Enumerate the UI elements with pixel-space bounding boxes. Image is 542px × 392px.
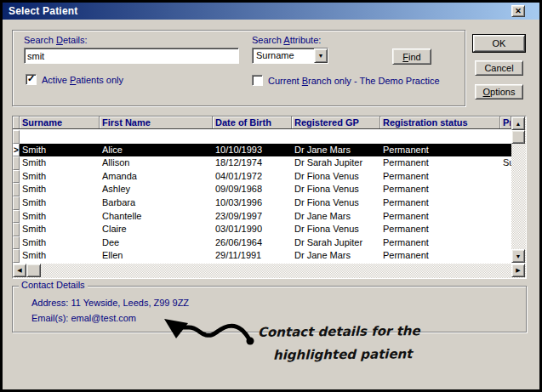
cell-surname: Smith <box>20 249 100 263</box>
cell-pr <box>500 249 511 263</box>
header-surname[interactable]: Surname <box>20 116 100 128</box>
row-selector[interactable]: > <box>13 144 20 157</box>
cell-pr <box>500 223 511 236</box>
cell-surname: Smith <box>20 223 100 236</box>
title-bar[interactable]: Select Patient <box>3 3 539 20</box>
cell-date-of-birth: 26/06/1964 <box>213 236 292 250</box>
row-selector[interactable] <box>13 236 20 250</box>
select-patient-dialog: Select Patient ✕ Search Details: Search … <box>0 0 542 392</box>
cell-first-name: Alice <box>100 144 213 157</box>
cell-date-of-birth: 03/01/1990 <box>213 223 292 236</box>
cell-registration-status: Permanent <box>380 156 500 170</box>
cell-pr <box>500 210 511 224</box>
vertical-scroll-thumb[interactable] <box>511 130 525 144</box>
window-title: Select Patient <box>3 5 78 17</box>
horizontal-scrollbar[interactable]: ◀ ▶ <box>13 264 526 278</box>
cell-first-name: Barbara <box>100 196 213 210</box>
table-row[interactable]: Smith Allison 18/12/1974 Dr Sarah Jupite… <box>13 156 511 170</box>
current-branch-checkbox[interactable] <box>252 75 263 86</box>
cell-first-name: Ashley <box>100 183 213 196</box>
cell-registered-gp: Dr Jane Mars <box>292 144 380 157</box>
annotation-arrow-icon <box>158 314 260 349</box>
table-header: Surname First Name Date of Birth Registe… <box>13 116 511 129</box>
cell-registered-gp: Dr Sarah Jupiter <box>292 236 380 250</box>
search-attribute-label: Search Attribute: <box>252 35 321 45</box>
cell-pr <box>500 144 511 157</box>
row-selector[interactable] <box>13 210 20 224</box>
contact-details-legend: Contact Details <box>19 280 88 290</box>
scroll-up-icon[interactable]: ▲ <box>511 116 525 130</box>
cell-pr <box>500 183 511 196</box>
header-registration-status[interactable]: Registration status <box>380 116 500 128</box>
vertical-scrollbar[interactable]: ▲ ▼ <box>511 116 526 263</box>
cancel-button[interactable]: Cancel <box>475 60 523 76</box>
header-first-name[interactable]: First Name <box>100 116 213 128</box>
cell-surname: Smith <box>20 196 100 210</box>
scroll-down-icon[interactable]: ▼ <box>511 249 525 263</box>
header-registered-gp[interactable]: Registered GP <box>292 116 380 128</box>
cell-pr <box>500 236 511 250</box>
cell-registered-gp: Dr Fiona Venus <box>292 196 380 210</box>
chevron-down-icon[interactable]: ▼ <box>314 48 328 63</box>
close-button[interactable]: ✕ <box>511 5 525 17</box>
table-row[interactable]: Smith Barbara 10/03/1996 Dr Fiona Venus … <box>13 196 511 210</box>
cell-registration-status: Permanent <box>380 249 500 263</box>
horizontal-scroll-thumb[interactable] <box>26 264 41 277</box>
active-patients-checkbox[interactable] <box>26 74 37 85</box>
cell-first-name: Ellen <box>100 249 213 263</box>
cell-registered-gp <box>292 130 380 144</box>
search-details-input[interactable] <box>24 48 239 64</box>
current-branch-label: Current Branch only - The Demo Practice <box>268 76 440 86</box>
cell-registered-gp: Dr Jane Mars <box>292 249 380 263</box>
table-rows: > Smith Alice 10/10/1993 Dr Jane Mars Pe… <box>13 130 511 263</box>
close-icon: ✕ <box>515 7 522 15</box>
cell-registration-status: Permanent <box>380 236 500 250</box>
row-selector[interactable] <box>13 130 20 144</box>
cell-surname: Smith <box>20 236 100 250</box>
cell-registration-status: Permanent <box>380 144 500 157</box>
cell-registration-status: Permanent <box>380 196 500 210</box>
table-row[interactable] <box>13 130 511 144</box>
table-row[interactable]: Smith Dee 26/06/1964 Dr Sarah Jupiter Pe… <box>13 236 511 250</box>
table-row[interactable]: Smith Ashley 09/09/1968 Dr Fiona Venus P… <box>13 183 511 196</box>
row-selector[interactable] <box>13 183 20 196</box>
cell-first-name: Amanda <box>100 170 213 184</box>
row-selector[interactable] <box>13 156 20 170</box>
search-attribute-dropdown[interactable]: Surname ▼ <box>252 48 328 64</box>
cell-date-of-birth <box>213 130 292 144</box>
active-patients-label: Active Patients only <box>42 75 123 85</box>
contact-address: Address: 11 Yewside, Leeds, Z99 9ZZ <box>31 298 189 308</box>
cell-first-name <box>100 130 213 144</box>
table-row[interactable]: Smith Amanda 04/01/1972 Dr Fiona Venus P… <box>13 170 511 184</box>
cell-date-of-birth: 09/09/1968 <box>213 183 292 196</box>
find-button[interactable]: Find <box>392 48 431 65</box>
scroll-right-icon[interactable]: ▶ <box>511 264 525 277</box>
cell-first-name: Dee <box>100 236 213 250</box>
cell-first-name: Chantelle <box>100 210 213 224</box>
cell-registered-gp: Dr Fiona Venus <box>292 223 380 236</box>
cell-date-of-birth: 18/12/1974 <box>213 156 292 170</box>
cell-registration-status: Permanent <box>380 170 500 184</box>
row-selector[interactable] <box>13 196 20 210</box>
cell-registration-status: Permanent <box>380 223 500 236</box>
table-row[interactable]: Smith Ellen 29/11/1991 Dr Jane Mars Perm… <box>13 249 511 263</box>
patient-table: Surname First Name Date of Birth Registe… <box>12 116 527 279</box>
header-selector <box>13 116 20 128</box>
cell-surname: Smith <box>20 210 100 224</box>
cell-pr: Su <box>500 156 511 170</box>
row-selector[interactable] <box>13 249 20 263</box>
table-row[interactable]: Smith Chantelle 23/09/1997 Dr Jane Mars … <box>13 210 511 224</box>
table-row[interactable]: Smith Claire 03/01/1990 Dr Fiona Venus P… <box>13 223 511 236</box>
header-date-of-birth[interactable]: Date of Birth <box>213 116 292 128</box>
cell-date-of-birth: 10/03/1996 <box>213 196 292 210</box>
ok-button[interactable]: OK <box>473 35 525 52</box>
scroll-left-icon[interactable]: ◀ <box>13 264 26 277</box>
header-pr[interactable]: Pr <box>500 116 511 128</box>
cell-pr <box>500 170 511 184</box>
options-button[interactable]: Options <box>475 84 523 99</box>
row-selector[interactable] <box>13 170 20 184</box>
cell-first-name: Claire <box>100 223 213 236</box>
cell-surname: Smith <box>20 170 100 184</box>
row-selector[interactable] <box>13 223 20 236</box>
table-row[interactable]: > Smith Alice 10/10/1993 Dr Jane Mars Pe… <box>13 144 511 157</box>
